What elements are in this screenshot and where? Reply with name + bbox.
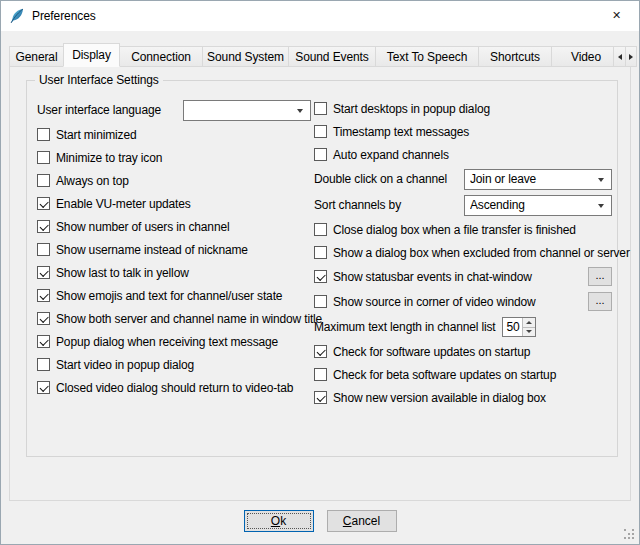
checkbox-label: Check for software updates on startup	[333, 345, 530, 359]
checkbox-close-on-filetransfer[interactable]: Close dialog box when a file transfer is…	[314, 218, 612, 241]
max-text-length-spinner[interactable]: 50	[502, 317, 536, 337]
dialog-buttons: Ok Cancel	[1, 510, 639, 532]
window-title: Preferences	[32, 9, 96, 23]
checkbox-auto-expand-channels[interactable]: Auto expand channels	[314, 143, 612, 166]
group-title: User Interface Settings	[35, 73, 163, 87]
checkbox-excluded-dialog[interactable]: Show a dialog box when excluded from cha…	[314, 241, 612, 264]
checkbox-video-source-corner[interactable]: Show source in corner of video window	[314, 295, 536, 309]
cancel-button[interactable]: Cancel	[327, 510, 397, 532]
tab-label: General	[16, 50, 58, 64]
chevron-down-icon	[598, 204, 604, 208]
checkbox-popup-on-text-message[interactable]: Popup dialog when receiving text message	[37, 330, 311, 353]
tab-label: Text To Speech	[387, 50, 467, 64]
checkbox-icon	[314, 345, 327, 358]
checkbox-desktops-popup[interactable]: Start desktops in popup dialog	[314, 97, 612, 120]
title-bar[interactable]: Preferences ✕	[1, 1, 639, 31]
checkbox-username-instead-nickname[interactable]: Show username instead of nickname	[37, 238, 311, 261]
checkbox-icon	[37, 243, 50, 256]
group-user-interface-settings: User Interface Settings User interface l…	[26, 80, 618, 457]
checkbox-server-channel-in-title[interactable]: Show both server and channel name in win…	[37, 307, 311, 330]
checkbox-label: Timestamp text messages	[333, 125, 469, 139]
close-icon: ✕	[612, 9, 621, 22]
checkbox-icon	[37, 381, 50, 394]
tab-sound-system[interactable]: Sound System	[202, 46, 289, 67]
checkbox-label: Start desktops in popup dialog	[333, 102, 490, 116]
language-select[interactable]	[183, 100, 311, 121]
double-click-value: Join or leave	[470, 172, 552, 186]
max-text-length-label: Maximum text length in channel list	[314, 320, 496, 334]
checkbox-label: Show new version available in dialog box	[333, 391, 546, 405]
checkbox-icon	[314, 102, 327, 115]
checkbox-label: Show a dialog box when excluded from cha…	[333, 246, 630, 260]
tab-general[interactable]: General	[9, 46, 64, 67]
checkbox-label: Enable VU-meter updates	[56, 197, 191, 211]
checkbox-label: Show number of users in channel	[56, 220, 229, 234]
chevron-down-icon	[297, 109, 303, 113]
checkbox-icon	[314, 125, 327, 138]
checkbox-new-version-dialog[interactable]: Show new version available in dialog box	[314, 386, 612, 409]
ok-button[interactable]: Ok	[244, 510, 314, 532]
arrow-left-icon	[618, 54, 622, 60]
checkbox-label: Check for beta software updates on start…	[333, 368, 556, 382]
spinner-value: 50	[503, 318, 522, 336]
sort-channels-select[interactable]: Ascending	[464, 195, 612, 216]
app-logo-icon	[9, 8, 25, 24]
max-text-length-row: Maximum text length in channel list 50	[314, 314, 612, 340]
checkbox-video-popup-dialog[interactable]: Start video in popup dialog	[37, 353, 311, 376]
checkbox-statusbar-events[interactable]: Show statusbar events in chat-window	[314, 270, 532, 284]
tab-text-to-speech[interactable]: Text To Speech	[375, 46, 479, 67]
checkbox-label: Show source in corner of video window	[333, 295, 536, 309]
tab-bar: General Display Connection Sound System …	[9, 43, 619, 67]
checkbox-icon	[314, 223, 327, 236]
preferences-window: Preferences ✕ General Display Connection…	[0, 0, 640, 545]
tab-display[interactable]: Display	[63, 43, 120, 67]
tab-scroll-left-button[interactable]	[614, 47, 625, 66]
checkbox-label: Closed video dialog should return to vid…	[56, 381, 293, 395]
checkbox-always-on-top[interactable]: Always on top	[37, 169, 311, 192]
double-click-select[interactable]: Join or leave	[464, 169, 612, 190]
tab-label: Sound System	[207, 50, 284, 64]
checkbox-updates-on-startup[interactable]: Check for software updates on startup	[314, 340, 612, 363]
checkbox-icon	[37, 151, 50, 164]
left-column: User interface language Start minimized …	[37, 97, 311, 399]
sort-channels-value: Ascending	[470, 198, 541, 212]
double-click-row: Double click on a channel Join or leave	[314, 166, 612, 192]
language-label: User interface language	[37, 103, 161, 117]
checkbox-icon	[37, 289, 50, 302]
tab-scroll-buttons	[613, 46, 637, 67]
double-click-label: Double click on a channel	[314, 172, 447, 186]
checkbox-icon	[314, 270, 327, 283]
spinner-buttons	[522, 318, 535, 336]
checkbox-label: Show username instead of nickname	[56, 243, 248, 257]
checkbox-label: Show last to talk in yellow	[56, 266, 189, 280]
checkbox-last-to-talk-yellow[interactable]: Show last to talk in yellow	[37, 261, 311, 284]
checkbox-icon	[37, 197, 50, 210]
checkbox-timestamp-messages[interactable]: Timestamp text messages	[314, 120, 612, 143]
tab-page-display: User Interface Settings User interface l…	[9, 66, 631, 501]
video-source-config-button[interactable]: ...	[588, 292, 612, 311]
tab-scroll-right-button[interactable]	[625, 47, 636, 66]
checkbox-label: Show emojis and text for channel/user st…	[56, 289, 282, 303]
spin-up-button[interactable]	[523, 318, 535, 328]
checkbox-start-minimized[interactable]: Start minimized	[37, 123, 311, 146]
tab-video[interactable]: Video	[551, 46, 619, 67]
checkbox-icon	[314, 246, 327, 259]
close-button[interactable]: ✕	[594, 1, 639, 30]
cancel-label: Cancel	[343, 514, 380, 528]
checkbox-closed-video-return-tab[interactable]: Closed video dialog should return to vid…	[37, 376, 311, 399]
spin-down-button[interactable]	[523, 328, 535, 337]
checkbox-minimize-to-tray[interactable]: Minimize to tray icon	[37, 146, 311, 169]
statusbar-config-button[interactable]: ...	[588, 267, 612, 286]
checkbox-icon	[37, 220, 50, 233]
checkbox-emojis-and-text[interactable]: Show emojis and text for channel/user st…	[37, 284, 311, 307]
tab-shortcuts[interactable]: Shortcuts	[478, 46, 552, 67]
tab-connection[interactable]: Connection	[119, 46, 203, 67]
checkbox-icon	[314, 295, 327, 308]
checkbox-vu-meter-updates[interactable]: Enable VU-meter updates	[37, 192, 311, 215]
tab-label: Sound Events	[295, 50, 369, 64]
checkbox-show-user-count[interactable]: Show number of users in channel	[37, 215, 311, 238]
checkbox-icon	[37, 358, 50, 371]
checkbox-beta-updates-on-startup[interactable]: Check for beta software updates on start…	[314, 363, 612, 386]
dialog-body: General Display Connection Sound System …	[1, 31, 639, 544]
tab-sound-events[interactable]: Sound Events	[288, 46, 376, 67]
